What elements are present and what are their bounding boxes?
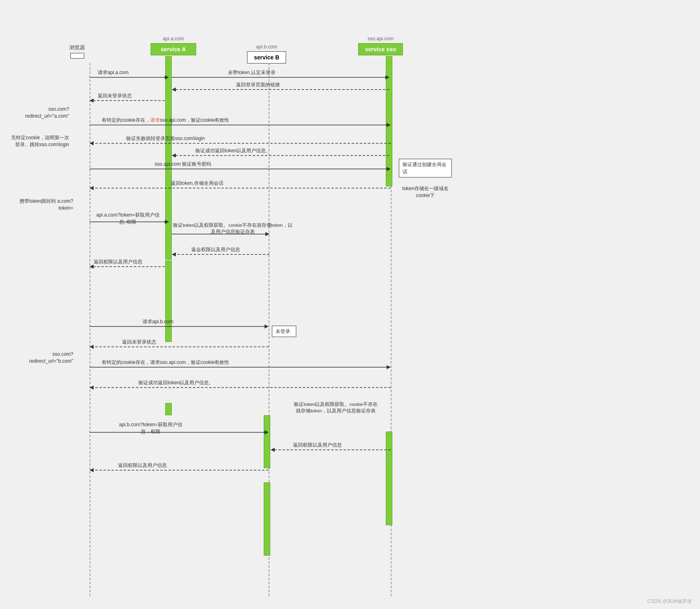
label-side-4: sso.com?redirect_url="b.com" — [12, 351, 73, 365]
svg-marker-29 — [90, 345, 94, 349]
watermark: CSDN @风神修罗使 — [647, 598, 692, 605]
label-1: 请求api.a.com — [98, 69, 129, 76]
serviceB-box: service B — [247, 51, 286, 64]
svg-marker-9 — [387, 123, 391, 127]
svg-marker-27 — [265, 324, 269, 329]
label-5: 验证失败就转登录页面sso.com\login — [126, 135, 205, 142]
label-8: 返回token,存储全局会话 — [171, 180, 223, 187]
arrow-8 — [90, 185, 393, 191]
participant-serviceB: api.b.com service B — [247, 44, 286, 64]
svg-marker-33 — [90, 386, 94, 390]
label-1b: 未带token,认定未登录 — [228, 69, 276, 76]
diagram-container: 浏览器 api.a.com service A api.b.com servic… — [0, 0, 700, 609]
svg-marker-37 — [271, 448, 275, 452]
note-b-2: 验证token以及权限获取。cookie不存在就存储token，以及用户信息验证… — [273, 401, 399, 414]
label-15: 有特定的cookie存在，请求sso.api.com，验证cookie有效性 — [102, 359, 229, 366]
note-b-1: 未登录 — [272, 326, 296, 337]
svg-marker-1 — [165, 75, 169, 79]
label-12: 返回权限以及用户信息 — [94, 258, 142, 265]
svg-marker-5 — [172, 88, 176, 92]
lifeline-serviceB-active1 — [264, 415, 270, 468]
arrow-19 — [90, 467, 271, 473]
sso-box: service sso — [358, 43, 403, 55]
note-sso-1: 验证通过创建全局会话 — [399, 159, 452, 177]
label-side-1: sso.com?redirect_url="a.com" — [12, 106, 69, 120]
svg-marker-3 — [385, 75, 389, 79]
arrow-16 — [90, 385, 393, 390]
lifeline-serviceA-3 — [165, 403, 172, 415]
label-9: api.a.com?token=获取用户信息, 权限 — [91, 212, 164, 226]
svg-marker-7 — [90, 99, 94, 103]
svg-marker-19 — [165, 220, 169, 224]
sso-sub: sso.api.com — [368, 36, 394, 42]
label-side-2: 无特定cookie，说明第一次登录。跳转sso.com\login — [8, 134, 69, 148]
arrow-13 — [90, 324, 271, 329]
note-sso-2: token存储在一级域名cookie下 — [399, 185, 452, 199]
svg-marker-31 — [387, 365, 391, 369]
label-2: 返回登录页面的链接 — [236, 81, 280, 88]
svg-marker-13 — [172, 153, 176, 158]
participant-serviceA: api.a.com service A — [151, 36, 196, 55]
svg-marker-11 — [90, 141, 94, 145]
browser-box — [70, 53, 84, 59]
serviceA-box: service A — [151, 43, 196, 55]
browser-label: 浏览器 — [69, 44, 85, 51]
label-4: 有特定的cookie存在，请求sso.api.com，验证cookie有效性 — [102, 117, 229, 124]
label-10: 验证token以及权限获取。cookie不存在就存储token，以及用户信息验证… — [172, 222, 294, 235]
label-17: api.b.com?token=获取用户信息，权限 — [110, 421, 191, 435]
label-14: 返回未登录状态 — [122, 339, 156, 346]
participant-browser: 浏览器 — [69, 44, 85, 59]
svg-marker-25 — [90, 265, 94, 269]
lifeline-serviceA-2 — [165, 261, 172, 342]
label-6: 验证成功返回token以及用户信息。 — [195, 147, 271, 154]
label-18: 返回权限以及用户信息 — [293, 442, 342, 449]
arrow-2 — [172, 87, 392, 92]
label-side-3: 携带token跳转到 a.com?token= — [12, 198, 73, 212]
svg-marker-15 — [387, 167, 391, 171]
label-13: 请求api.b.com — [142, 318, 173, 325]
label-11: 返会权限以及用户信息 — [191, 246, 240, 253]
arrow-7 — [90, 166, 393, 172]
svg-marker-35 — [265, 430, 269, 434]
label-19: 返回权限以及用户信息 — [118, 462, 167, 469]
svg-marker-17 — [90, 186, 94, 190]
serviceB-sub: api.b.com — [256, 44, 277, 50]
lifeline-sso-active2 — [386, 432, 392, 525]
label-16: 验证成功返回token以及用户信息。 — [138, 379, 214, 386]
lifeline-serviceB-active2 — [264, 482, 270, 556]
svg-marker-23 — [172, 252, 176, 256]
arrow-1b — [172, 74, 392, 80]
lifeline-serviceA-1 — [165, 56, 172, 260]
label-7: sso.api.com 验证账号密码 — [155, 161, 211, 168]
arrow-14 — [90, 344, 271, 350]
participant-serviceSso: sso.api.com service sso — [358, 36, 403, 55]
svg-marker-39 — [90, 468, 94, 472]
serviceA-sub: api.a.com — [163, 36, 184, 42]
label-3: 返回未登录状态 — [98, 92, 132, 99]
